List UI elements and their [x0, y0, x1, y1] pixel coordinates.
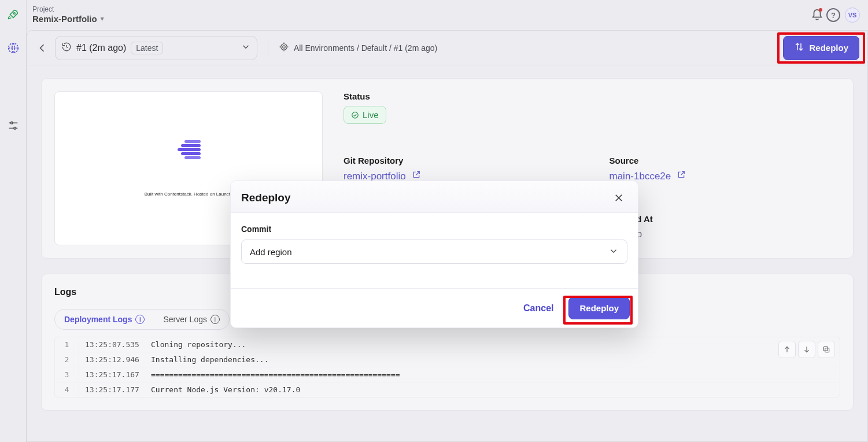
- close-icon[interactable]: [612, 191, 625, 204]
- modal-redeploy-button[interactable]: Redeploy: [568, 297, 630, 319]
- commit-value: Add region: [250, 247, 292, 257]
- modal-title: Redeploy: [241, 191, 291, 204]
- cancel-button[interactable]: Cancel: [518, 299, 559, 318]
- commit-select[interactable]: Add region: [241, 240, 627, 264]
- redeploy-modal: Redeploy Commit Add region Cancel Redepl…: [230, 181, 638, 328]
- chevron-down-icon: [608, 246, 619, 258]
- commit-label: Commit: [241, 224, 627, 234]
